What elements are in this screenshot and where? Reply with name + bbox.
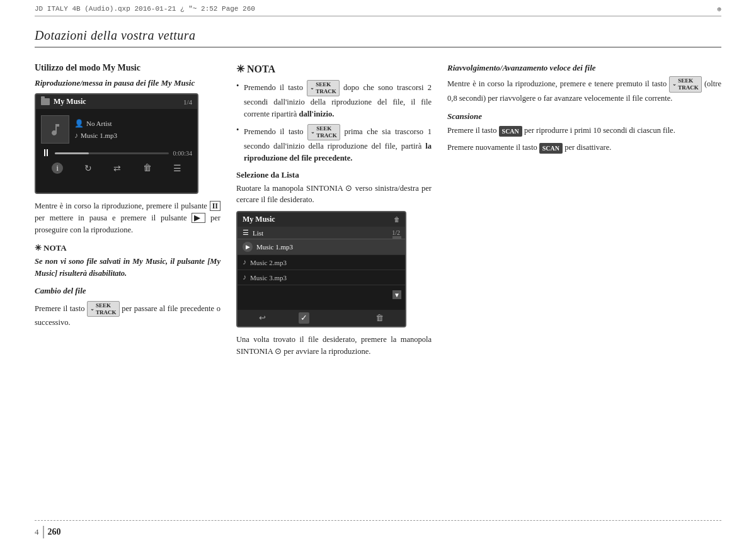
right-body1: Mentre è in corso la riproduzione, preme… — [447, 76, 721, 104]
mid-nota-label: NOTA — [247, 64, 275, 75]
list-item-text-1: Music 1.mp3 — [256, 243, 400, 251]
screen1-header: My Music 1/4 — [36, 94, 197, 109]
list-screen-header: My Music 🗑 — [238, 212, 405, 227]
top-metadata-bar: JD ITALY 4B (Audio).qxp 2016-01-21 ¿ "~ … — [35, 5, 721, 16]
left-nota-title: ✳ NOTA — [35, 243, 220, 253]
left-column: Utilizzo del modo My Music Riproduzione/… — [35, 63, 230, 513]
bottom-bar: 4 260 — [35, 520, 721, 538]
page-number: 260 — [48, 527, 61, 537]
mid-nota-star: ✳ — [236, 63, 244, 75]
page-title: Dotazioni della vostra vettura — [35, 28, 196, 42]
screen1-progress-bar: ⏸ 0:00:34 — [36, 147, 197, 159]
mid-body1: Ruotare la manopola SINTONIA ⊙ verso sin… — [236, 183, 432, 207]
screen1-title-group: My Music — [41, 97, 86, 106]
list-delete-icon: 🗑 — [394, 216, 400, 223]
play-pause-icon: ⏸ — [41, 147, 51, 159]
person-icon: 👤 — [74, 119, 84, 128]
bullet-item-2: Premendo il tasto ⌄SEEKTRACK prima che s… — [236, 124, 432, 164]
seek-btn-bullet1: ⌄SEEKTRACK — [307, 80, 340, 96]
list-bottom-controls: ↩ ✓ 🗑 — [238, 310, 405, 326]
screen1-page: 1/4 — [183, 98, 192, 106]
scroll-down-button[interactable]: ▼ — [392, 290, 401, 299]
page-prefix: 4 — [35, 527, 39, 537]
list-page-num: 1/2 — [392, 229, 400, 236]
mid-nota-bullets: Premendo il tasto ⌄SEEKTRACK dopo che so… — [236, 80, 432, 165]
left-nota-box: ✳ NOTA Se non vi sono file salvati in My… — [35, 243, 220, 280]
scan-button1: SCAN — [499, 126, 522, 137]
metadata-text: JD ITALY 4B (Audio).qxp 2016-01-21 ¿ "~ … — [35, 5, 255, 13]
right-body3: Premere il tasto SCAN per riprodurre i p… — [447, 125, 721, 137]
repeat-icon: ↻ — [84, 163, 92, 174]
left-body4: Premere il tasto ⌄SEEKTRACK per passare … — [35, 301, 220, 329]
list-check-btn[interactable]: ✓ — [299, 312, 309, 324]
folder-icon — [41, 98, 50, 105]
top-crosshair-icon: ⊕ — [717, 5, 721, 13]
nota-label: NOTA — [43, 243, 67, 253]
track-details: 👤 No Artist ♪ Music 1.mp3 — [74, 119, 117, 140]
seek-arrow-left: ⌄ — [90, 306, 94, 312]
screen1-controls: i ↻ ⇄ 🗑 ☰ — [36, 159, 197, 174]
left-subsection2-title: Cambio del file — [35, 286, 220, 296]
progress-bar-inner — [55, 152, 89, 154]
seek-btn-right1: ⌄SEEKTRACK — [669, 76, 702, 93]
play-button-label: ▶ — [192, 213, 205, 223]
list-item-row-3[interactable]: ♪ Music 3.mp3 — [238, 270, 405, 285]
scan-button2: SCAN — [539, 143, 563, 154]
bullet-item-1: Premendo il tasto ⌄SEEKTRACK dopo che so… — [236, 80, 432, 120]
list-header-row: ☰ List 1/2 ▲ — [238, 227, 405, 239]
seek-track-button1: ⌄SEEKTRACK — [87, 301, 120, 317]
left-subsection1-title: Riproduzione/messa in pausa dei file My … — [35, 78, 220, 88]
list-screen-title: My Music — [243, 215, 275, 224]
info-button[interactable]: i — [52, 162, 63, 174]
progress-bar-outer — [55, 152, 169, 154]
playback-screen: My Music 1/4 👤 No Artist ♪ — [35, 93, 198, 194]
list-list-icon: ☰ — [243, 229, 249, 237]
shuffle-icon: ⇄ — [113, 163, 121, 174]
list-header-label: List — [253, 229, 263, 237]
list-item-row-2[interactable]: ♪ Music 2.mp3 ▼ — [238, 255, 405, 270]
list-item-text-2: Music 2.mp3 — [250, 259, 400, 266]
left-section-title: Utilizzo del modo My Music — [35, 63, 220, 73]
right-section1-title: Riavvolgimento/Avanzamento veloce dei fi… — [447, 63, 721, 73]
music-note-icon: ♪ — [74, 131, 78, 140]
list-item-text-3: Music 3.mp3 — [250, 274, 400, 281]
mid-subsection-title: Selezione da Lista — [236, 170, 432, 180]
list-trash-btn[interactable]: 🗑 — [375, 313, 384, 323]
main-content: Utilizzo del modo My Music Riproduzione/… — [35, 63, 721, 513]
pause-button-label: II — [210, 201, 220, 211]
right-section2-title: Scansione — [447, 111, 721, 122]
track-artist-row: 👤 No Artist — [74, 119, 117, 128]
seek-btn-bullet2: ⌄SEEKTRACK — [307, 124, 340, 140]
music-note-list-icon-2: ♪ — [243, 258, 246, 267]
list-back-btn[interactable]: ↩ — [259, 313, 266, 323]
middle-column: ✳ NOTA Premendo il tasto ⌄SEEKTRACK dopo… — [230, 63, 438, 513]
left-body1: Mentre è in corso la riproduzione, preme… — [35, 200, 220, 236]
nota-star-icon: ✳ — [35, 243, 42, 253]
list-item-row-1[interactable]: ▶ Music 1.mp3 — [238, 239, 405, 255]
right-column: Riavvolgimento/Avanzamento veloce dei fi… — [438, 63, 721, 513]
right-body5: Premere nuovamente il tasto SCAN per dis… — [447, 142, 721, 154]
playing-icon: ▶ — [243, 242, 253, 252]
music-note-list-icon-3: ♪ — [243, 273, 246, 282]
list-icon: ☰ — [173, 163, 181, 174]
screen1-title: My Music — [54, 97, 86, 106]
track-name-row: ♪ Music 1.mp3 — [74, 131, 117, 140]
delete-icon: 🗑 — [143, 163, 152, 173]
screen1-track-info: 👤 No Artist ♪ Music 1.mp3 — [36, 109, 197, 147]
track-artist-text: No Artist — [86, 120, 112, 127]
list-screen: My Music 🗑 ☰ List 1/2 ▲ ▶ Music 1.mp3 ♪ … — [236, 211, 406, 327]
page-title-section: Dotazioni della vostra vettura — [35, 28, 721, 48]
mid-nota-title: ✳ NOTA — [236, 63, 432, 75]
mid-body2: Una volta trovato il file desiderato, pr… — [236, 334, 432, 358]
track-name-text: Music 1.mp3 — [81, 132, 117, 139]
time-display: 0:00:34 — [173, 150, 192, 157]
track-artwork — [41, 115, 69, 144]
left-nota-body: Se non vi sono file salvati in My Music,… — [35, 256, 220, 280]
page-divider — [43, 526, 44, 538]
